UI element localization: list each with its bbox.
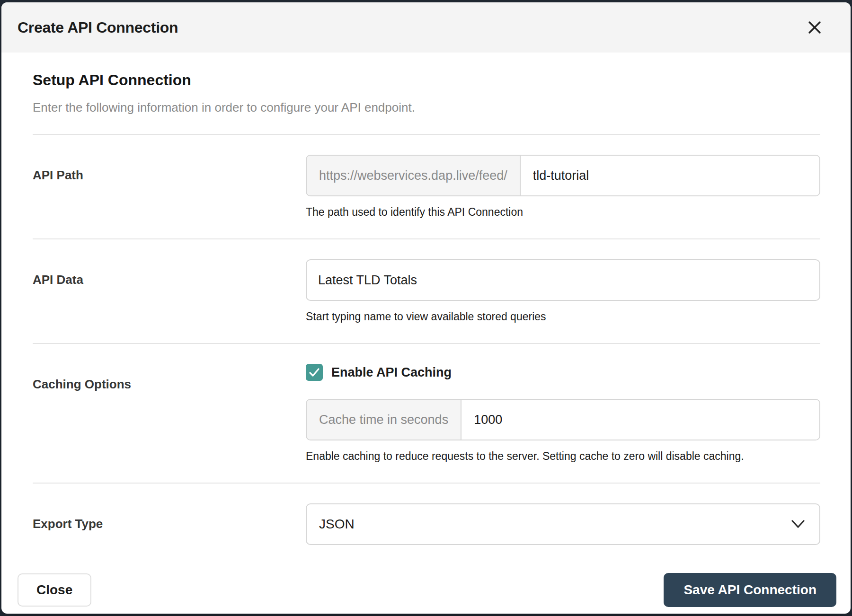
checkmark-icon bbox=[308, 366, 320, 378]
caching-options-label: Caching Options bbox=[33, 364, 306, 392]
api-path-prefix: https://webservices.dap.live/feed/ bbox=[307, 156, 521, 195]
export-type-select[interactable]: JSON bbox=[306, 503, 820, 545]
caching-help-text: Enable caching to reduce requests to the… bbox=[306, 450, 820, 463]
api-path-label: API Path bbox=[33, 155, 306, 183]
enable-caching-checkbox[interactable] bbox=[306, 364, 323, 381]
api-path-input-group: https://webservices.dap.live/feed/ bbox=[306, 155, 820, 196]
api-path-help-text: The path used to identify this API Conne… bbox=[306, 206, 820, 219]
cache-time-input[interactable] bbox=[462, 400, 819, 440]
section-description: Enter the following information in order… bbox=[33, 100, 820, 115]
api-data-label: API Data bbox=[33, 259, 306, 287]
api-data-row: API Data Start typing name to view avail… bbox=[33, 239, 820, 343]
caching-options-row: Caching Options Enable API Caching Cache… bbox=[33, 344, 820, 483]
save-api-connection-button[interactable]: Save API Connection bbox=[664, 573, 836, 607]
export-type-label: Export Type bbox=[33, 503, 306, 531]
modal-title: Create API Connection bbox=[18, 19, 178, 36]
create-api-connection-modal: Create API Connection Setup API Connecti… bbox=[1, 2, 851, 614]
export-type-row: Export Type JSON bbox=[33, 484, 820, 545]
close-button[interactable]: Close bbox=[18, 573, 91, 607]
enable-caching-label[interactable]: Enable API Caching bbox=[331, 365, 452, 380]
section-heading: Setup API Connection bbox=[33, 71, 820, 89]
cache-time-input-group: Cache time in seconds bbox=[306, 399, 820, 440]
api-data-input[interactable] bbox=[306, 259, 820, 301]
chevron-down-icon bbox=[790, 519, 806, 529]
modal-footer: Close Save API Connection bbox=[1, 557, 851, 614]
export-type-value: JSON bbox=[319, 517, 355, 532]
modal-body: Setup API Connection Enter the following… bbox=[1, 53, 851, 557]
close-icon bbox=[807, 20, 822, 35]
api-path-row: API Path https://webservices.dap.live/fe… bbox=[33, 135, 820, 238]
cache-time-prefix: Cache time in seconds bbox=[307, 400, 462, 440]
modal-header: Create API Connection bbox=[1, 2, 851, 53]
close-modal-button[interactable] bbox=[803, 16, 826, 39]
api-path-input[interactable] bbox=[521, 156, 819, 195]
api-data-help-text: Start typing name to view available stor… bbox=[306, 310, 820, 323]
